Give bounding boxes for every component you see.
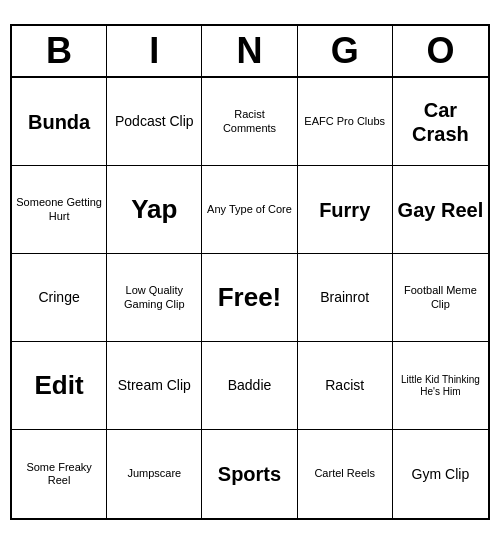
bingo-grid: BundaPodcast ClipRacist CommentsEAFC Pro… [12,78,488,518]
bingo-cell-16[interactable]: Stream Clip [107,342,202,430]
bingo-cell-17[interactable]: Baddie [202,342,297,430]
bingo-cell-4[interactable]: Car Crash [393,78,488,166]
bingo-cell-9[interactable]: Gay Reel [393,166,488,254]
bingo-cell-1[interactable]: Podcast Clip [107,78,202,166]
bingo-card: BINGO BundaPodcast ClipRacist CommentsEA… [10,24,490,520]
bingo-cell-22[interactable]: Sports [202,430,297,518]
bingo-cell-19[interactable]: Little Kid Thinking He's Him [393,342,488,430]
header-letter: B [12,26,107,76]
bingo-cell-3[interactable]: EAFC Pro Clubs [298,78,393,166]
bingo-cell-14[interactable]: Football Meme Clip [393,254,488,342]
header-letter: G [298,26,393,76]
bingo-cell-0[interactable]: Bunda [12,78,107,166]
bingo-cell-8[interactable]: Furry [298,166,393,254]
header-letter: I [107,26,202,76]
bingo-cell-23[interactable]: Cartel Reels [298,430,393,518]
bingo-header: BINGO [12,26,488,78]
bingo-cell-24[interactable]: Gym Clip [393,430,488,518]
bingo-cell-7[interactable]: Any Type of Core [202,166,297,254]
header-letter: O [393,26,488,76]
bingo-cell-13[interactable]: Brainrot [298,254,393,342]
bingo-cell-18[interactable]: Racist [298,342,393,430]
bingo-cell-5[interactable]: Someone Getting Hurt [12,166,107,254]
bingo-cell-6[interactable]: Yap [107,166,202,254]
bingo-cell-21[interactable]: Jumpscare [107,430,202,518]
header-letter: N [202,26,297,76]
bingo-cell-15[interactable]: Edit [12,342,107,430]
bingo-cell-2[interactable]: Racist Comments [202,78,297,166]
bingo-cell-12[interactable]: Free! [202,254,297,342]
bingo-cell-10[interactable]: Cringe [12,254,107,342]
bingo-cell-11[interactable]: Low Quality Gaming Clip [107,254,202,342]
bingo-cell-20[interactable]: Some Freaky Reel [12,430,107,518]
